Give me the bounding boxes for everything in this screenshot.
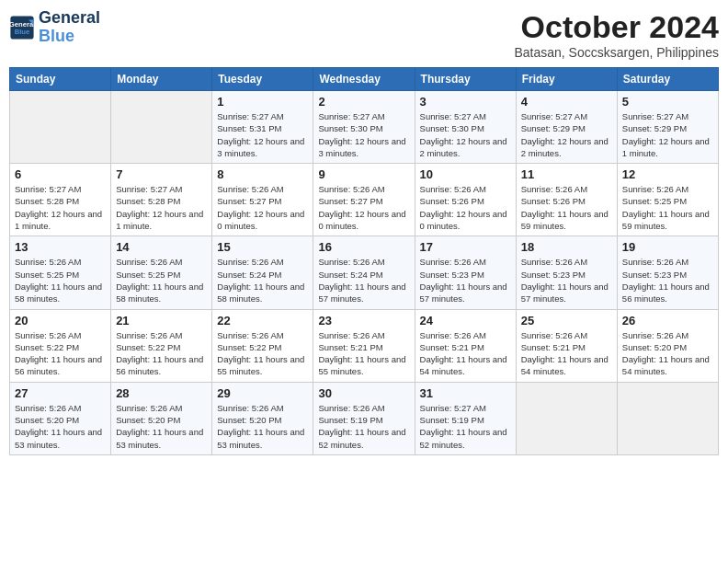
day-detail: Sunrise: 5:27 AM Sunset: 5:31 PM Dayligh… [217, 110, 308, 159]
day-detail: Sunrise: 5:26 AM Sunset: 5:20 PM Dayligh… [116, 402, 207, 451]
calendar-cell: 8Sunrise: 5:26 AM Sunset: 5:27 PM Daylig… [212, 164, 313, 236]
day-number: 26 [622, 314, 713, 327]
day-detail: Sunrise: 5:26 AM Sunset: 5:23 PM Dayligh… [420, 256, 511, 304]
calendar-cell: 14Sunrise: 5:26 AM Sunset: 5:25 PM Dayli… [111, 236, 212, 309]
header-tuesday: Tuesday [212, 68, 313, 91]
day-detail: Sunrise: 5:27 AM Sunset: 5:30 PM Dayligh… [318, 110, 409, 159]
day-number: 20 [15, 314, 106, 327]
calendar-cell: 2Sunrise: 5:27 AM Sunset: 5:30 PM Daylig… [313, 91, 415, 164]
calendar-cell: 12Sunrise: 5:26 AM Sunset: 5:25 PM Dayli… [617, 164, 718, 236]
day-detail: Sunrise: 5:26 AM Sunset: 5:19 PM Dayligh… [318, 402, 409, 451]
logo-text: General Blue [39, 9, 100, 46]
day-number: 4 [521, 95, 612, 109]
day-detail: Sunrise: 5:26 AM Sunset: 5:25 PM Dayligh… [622, 183, 713, 232]
day-number: 27 [15, 386, 106, 400]
week-row-1: 1Sunrise: 5:27 AM Sunset: 5:31 PM Daylig… [10, 91, 719, 164]
location-subtitle: Batasan, Soccsksargen, Philippines [514, 45, 719, 60]
header-saturday: Saturday [617, 68, 718, 91]
calendar-cell: 16Sunrise: 5:26 AM Sunset: 5:24 PM Dayli… [313, 236, 415, 309]
calendar-cell: 5Sunrise: 5:27 AM Sunset: 5:29 PM Daylig… [617, 91, 718, 164]
day-detail: Sunrise: 5:27 AM Sunset: 5:19 PM Dayligh… [420, 402, 511, 451]
day-number: 17 [420, 240, 511, 254]
calendar-cell: 30Sunrise: 5:26 AM Sunset: 5:19 PM Dayli… [313, 382, 415, 454]
calendar-cell: 25Sunrise: 5:26 AM Sunset: 5:21 PM Dayli… [516, 309, 617, 382]
calendar-cell [617, 382, 718, 454]
day-detail: Sunrise: 5:26 AM Sunset: 5:26 PM Dayligh… [420, 183, 511, 232]
day-number: 31 [420, 386, 511, 400]
day-number: 5 [622, 95, 713, 109]
header-friday: Friday [516, 68, 617, 91]
day-number: 12 [622, 167, 713, 181]
calendar-cell [10, 91, 111, 164]
day-detail: Sunrise: 5:26 AM Sunset: 5:27 PM Dayligh… [318, 183, 409, 232]
header-monday: Monday [111, 68, 212, 91]
day-detail: Sunrise: 5:26 AM Sunset: 5:21 PM Dayligh… [521, 329, 612, 378]
calendar-table: SundayMondayTuesdayWednesdayThursdayFrid… [9, 67, 719, 455]
calendar-cell: 29Sunrise: 5:26 AM Sunset: 5:20 PM Dayli… [212, 382, 313, 454]
day-detail: Sunrise: 5:26 AM Sunset: 5:21 PM Dayligh… [318, 329, 409, 378]
day-detail: Sunrise: 5:26 AM Sunset: 5:23 PM Dayligh… [622, 256, 713, 304]
day-number: 25 [521, 314, 612, 327]
day-detail: Sunrise: 5:26 AM Sunset: 5:24 PM Dayligh… [318, 256, 409, 304]
day-number: 9 [318, 167, 409, 181]
calendar-cell: 4Sunrise: 5:27 AM Sunset: 5:29 PM Daylig… [516, 91, 617, 164]
week-row-5: 27Sunrise: 5:26 AM Sunset: 5:20 PM Dayli… [10, 382, 719, 454]
calendar-body: 1Sunrise: 5:27 AM Sunset: 5:31 PM Daylig… [10, 91, 719, 455]
day-detail: Sunrise: 5:26 AM Sunset: 5:22 PM Dayligh… [15, 329, 106, 378]
day-detail: Sunrise: 5:26 AM Sunset: 5:20 PM Dayligh… [217, 402, 308, 451]
calendar-cell: 24Sunrise: 5:26 AM Sunset: 5:21 PM Dayli… [415, 309, 516, 382]
title-block: October 2024 Batasan, Soccsksargen, Phil… [514, 9, 719, 60]
day-number: 14 [116, 240, 207, 254]
day-number: 3 [420, 95, 511, 109]
calendar-cell: 23Sunrise: 5:26 AM Sunset: 5:21 PM Dayli… [313, 309, 415, 382]
calendar-cell: 13Sunrise: 5:26 AM Sunset: 5:25 PM Dayli… [10, 236, 111, 309]
calendar-cell: 1Sunrise: 5:27 AM Sunset: 5:31 PM Daylig… [212, 91, 313, 164]
page-header: General Blue General Blue October 2024 B… [9, 9, 719, 60]
day-detail: Sunrise: 5:26 AM Sunset: 5:26 PM Dayligh… [521, 183, 612, 232]
day-detail: Sunrise: 5:26 AM Sunset: 5:22 PM Dayligh… [116, 329, 207, 378]
day-number: 2 [318, 95, 409, 109]
day-detail: Sunrise: 5:26 AM Sunset: 5:24 PM Dayligh… [217, 256, 308, 304]
day-number: 23 [318, 314, 409, 327]
calendar-cell: 3Sunrise: 5:27 AM Sunset: 5:30 PM Daylig… [415, 91, 516, 164]
calendar-cell: 28Sunrise: 5:26 AM Sunset: 5:20 PM Dayli… [111, 382, 212, 454]
calendar-cell: 31Sunrise: 5:27 AM Sunset: 5:19 PM Dayli… [415, 382, 516, 454]
svg-text:Blue: Blue [15, 28, 30, 36]
day-number: 24 [420, 314, 511, 327]
day-detail: Sunrise: 5:26 AM Sunset: 5:27 PM Dayligh… [217, 183, 308, 232]
calendar-cell [111, 91, 212, 164]
day-detail: Sunrise: 5:26 AM Sunset: 5:25 PM Dayligh… [116, 256, 207, 304]
calendar-cell: 11Sunrise: 5:26 AM Sunset: 5:26 PM Dayli… [516, 164, 617, 236]
day-detail: Sunrise: 5:26 AM Sunset: 5:21 PM Dayligh… [420, 329, 511, 378]
logo: General Blue General Blue [9, 9, 100, 46]
day-number: 10 [420, 167, 511, 181]
calendar-cell: 17Sunrise: 5:26 AM Sunset: 5:23 PM Dayli… [415, 236, 516, 309]
day-number: 29 [217, 386, 308, 400]
day-detail: Sunrise: 5:26 AM Sunset: 5:20 PM Dayligh… [15, 402, 106, 451]
day-detail: Sunrise: 5:27 AM Sunset: 5:30 PM Dayligh… [420, 110, 511, 159]
calendar-header: SundayMondayTuesdayWednesdayThursdayFrid… [10, 68, 719, 91]
day-detail: Sunrise: 5:26 AM Sunset: 5:25 PM Dayligh… [15, 256, 106, 304]
day-detail: Sunrise: 5:26 AM Sunset: 5:22 PM Dayligh… [217, 329, 308, 378]
day-number: 30 [318, 386, 409, 400]
calendar-cell: 27Sunrise: 5:26 AM Sunset: 5:20 PM Dayli… [10, 382, 111, 454]
calendar-cell: 10Sunrise: 5:26 AM Sunset: 5:26 PM Dayli… [415, 164, 516, 236]
day-number: 8 [217, 167, 308, 181]
calendar-cell: 6Sunrise: 5:27 AM Sunset: 5:28 PM Daylig… [10, 164, 111, 236]
calendar-cell: 15Sunrise: 5:26 AM Sunset: 5:24 PM Dayli… [212, 236, 313, 309]
day-number: 6 [15, 167, 106, 181]
calendar-cell: 9Sunrise: 5:26 AM Sunset: 5:27 PM Daylig… [313, 164, 415, 236]
week-row-4: 20Sunrise: 5:26 AM Sunset: 5:22 PM Dayli… [10, 309, 719, 382]
day-number: 7 [116, 167, 207, 181]
week-row-2: 6Sunrise: 5:27 AM Sunset: 5:28 PM Daylig… [10, 164, 719, 236]
day-number: 11 [521, 167, 612, 181]
header-wednesday: Wednesday [313, 68, 415, 91]
calendar-cell: 18Sunrise: 5:26 AM Sunset: 5:23 PM Dayli… [516, 236, 617, 309]
calendar-cell [516, 382, 617, 454]
day-detail: Sunrise: 5:26 AM Sunset: 5:20 PM Dayligh… [622, 329, 713, 378]
logo-icon: General Blue [9, 15, 35, 40]
logo-line1: General [39, 9, 100, 28]
calendar-cell: 19Sunrise: 5:26 AM Sunset: 5:23 PM Dayli… [617, 236, 718, 309]
month-title: October 2024 [514, 9, 719, 45]
day-number: 1 [217, 95, 308, 109]
